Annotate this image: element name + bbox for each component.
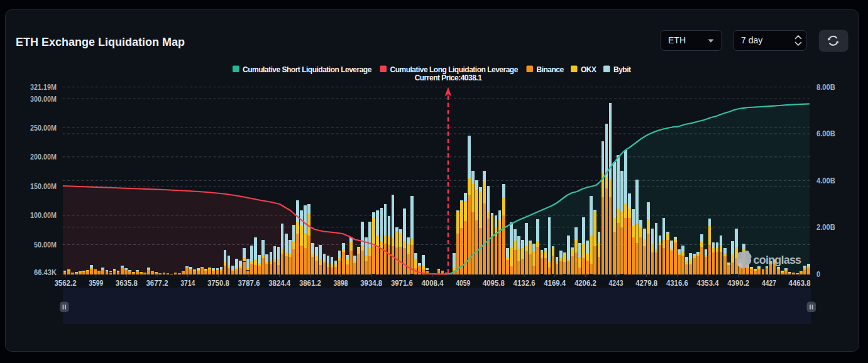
svg-text:3971.6: 3971.6 bbox=[391, 278, 413, 288]
svg-text:4008.4: 4008.4 bbox=[422, 278, 444, 288]
svg-text:4279.8: 4279.8 bbox=[635, 278, 657, 288]
svg-text:3599: 3599 bbox=[89, 278, 103, 288]
svg-text:250.00M: 250.00M bbox=[30, 124, 57, 133]
svg-text:Bybit: Bybit bbox=[613, 65, 631, 74]
svg-text:0: 0 bbox=[816, 270, 820, 279]
svg-text:3750.8: 3750.8 bbox=[207, 278, 229, 288]
svg-text:2.00B: 2.00B bbox=[816, 223, 835, 232]
svg-text:6.00B: 6.00B bbox=[816, 129, 835, 138]
svg-text:100.00M: 100.00M bbox=[30, 211, 57, 220]
svg-text:8.00B: 8.00B bbox=[816, 83, 835, 92]
svg-text:3677.2: 3677.2 bbox=[146, 278, 168, 288]
svg-text:OKX: OKX bbox=[581, 65, 596, 74]
svg-text:4463.8: 4463.8 bbox=[789, 278, 811, 288]
svg-text:7 day: 7 day bbox=[741, 35, 762, 45]
svg-text:3714: 3714 bbox=[180, 278, 195, 288]
svg-text:3824.4: 3824.4 bbox=[268, 278, 291, 288]
svg-text:3635.8: 3635.8 bbox=[116, 278, 138, 288]
svg-text:Current Price:4038.1: Current Price:4038.1 bbox=[415, 73, 483, 82]
svg-text:4206.2: 4206.2 bbox=[574, 278, 596, 288]
svg-text:4169.4: 4169.4 bbox=[544, 278, 566, 288]
svg-text:66.43K: 66.43K bbox=[34, 268, 57, 277]
svg-text:3861.2: 3861.2 bbox=[299, 278, 321, 288]
svg-text:200.00M: 200.00M bbox=[30, 153, 57, 161]
svg-text:3562.2: 3562.2 bbox=[55, 278, 77, 288]
svg-text:coinglass: coinglass bbox=[754, 254, 802, 266]
svg-text:4243: 4243 bbox=[609, 278, 624, 288]
svg-text:3787.6: 3787.6 bbox=[238, 278, 260, 288]
svg-text:Binance: Binance bbox=[537, 65, 564, 74]
svg-text:4095.8: 4095.8 bbox=[483, 278, 505, 288]
svg-text:50.00M: 50.00M bbox=[34, 241, 57, 249]
svg-text:3898: 3898 bbox=[334, 278, 348, 288]
svg-text:4353.4: 4353.4 bbox=[697, 278, 720, 288]
svg-text:300.00M: 300.00M bbox=[30, 95, 57, 104]
svg-text:4059: 4059 bbox=[456, 278, 470, 288]
svg-text:4.00B: 4.00B bbox=[816, 176, 835, 185]
svg-text:4316.6: 4316.6 bbox=[666, 278, 688, 288]
svg-text:4390.2: 4390.2 bbox=[727, 278, 749, 288]
svg-text:3934.8: 3934.8 bbox=[360, 278, 382, 288]
svg-text:4427: 4427 bbox=[762, 278, 776, 288]
svg-text:4132.6: 4132.6 bbox=[514, 278, 536, 288]
svg-text:ETH Exchange Liquidation Map: ETH Exchange Liquidation Map bbox=[16, 36, 185, 48]
svg-text:ETH: ETH bbox=[668, 35, 686, 45]
svg-text:Cumulative Short Liquidation L: Cumulative Short Liquidation Leverage bbox=[243, 65, 372, 74]
svg-text:150.00M: 150.00M bbox=[30, 182, 57, 191]
svg-text:Cumulative Long Liquidation Le: Cumulative Long Liquidation Leverage bbox=[390, 65, 519, 74]
svg-text:321.19M: 321.19M bbox=[30, 83, 57, 92]
